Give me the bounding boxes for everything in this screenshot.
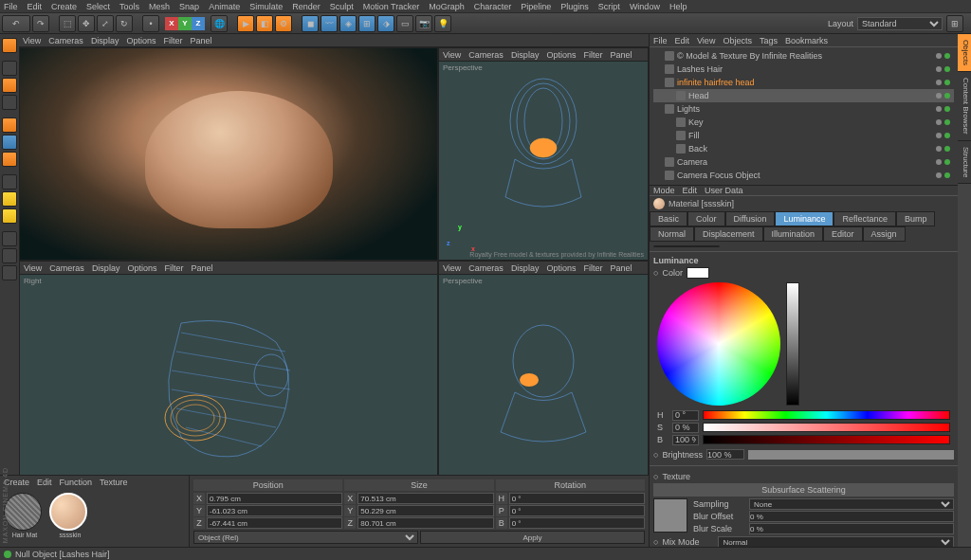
brightness-track[interactable] — [748, 450, 954, 460]
poly-mode-button[interactable] — [2, 152, 17, 167]
menu-script[interactable]: Script — [598, 2, 620, 11]
brightness-slider[interactable] — [786, 282, 799, 406]
layout-config-icon[interactable]: ⊞ — [946, 15, 963, 32]
nurbs-button[interactable]: ◈ — [339, 15, 357, 32]
blur-offset-field[interactable] — [749, 511, 954, 522]
texture-type-header[interactable]: Subsurface Scattering — [653, 483, 954, 497]
menu-render[interactable]: Render — [292, 2, 321, 11]
object-row[interactable]: Camera Focus Object — [653, 169, 954, 182]
menu-mesh[interactable]: Mesh — [149, 2, 170, 11]
undo-button[interactable]: ↶ — [2, 15, 30, 32]
workplane-z-button[interactable] — [2, 265, 17, 280]
sat-field[interactable] — [672, 423, 699, 433]
camera-button[interactable]: 📷 — [415, 15, 432, 32]
channel-tab-editor[interactable]: Editor — [823, 226, 863, 242]
viewport-menubar-main[interactable]: ViewCamerasDisplayOptionsFilterPanel — [19, 34, 649, 47]
menu-select[interactable]: Select — [86, 2, 110, 11]
layout-select[interactable]: Standard — [857, 17, 943, 30]
menu-simulate[interactable]: Simulate — [249, 2, 283, 11]
object-manager-menu[interactable]: FileEditViewObjectsTagsBookmarks — [650, 34, 958, 47]
object-row[interactable]: Lights — [653, 102, 954, 116]
viewport-top-right[interactable]: ViewCamerasDisplayOptionsFilterPanel Per… — [438, 47, 649, 261]
live-select-button[interactable]: ⬚ — [59, 15, 76, 32]
render-pv-button[interactable]: ◧ — [256, 15, 273, 32]
workplane-x-button[interactable] — [2, 231, 17, 246]
menu-pipeline[interactable]: Pipeline — [521, 2, 551, 11]
deformer-button[interactable]: ⬗ — [377, 15, 394, 32]
menu-file[interactable]: File — [4, 2, 18, 11]
menu-help[interactable]: Help — [669, 2, 687, 11]
material-manager-menu[interactable]: CreateEditFunctionTexture — [0, 476, 189, 489]
make-editable-button[interactable] — [2, 38, 17, 53]
content-browser-tab[interactable]: Content Browser — [958, 72, 971, 141]
mix-mode-select[interactable]: Normal — [718, 536, 954, 547]
channel-tab-basic[interactable]: Basic — [650, 211, 687, 226]
menu-plugins[interactable]: Plugins — [560, 2, 589, 11]
tweak-mode-button[interactable] — [2, 191, 17, 207]
render-view-button[interactable]: ▶ — [237, 15, 254, 32]
floor-button[interactable]: ▭ — [396, 15, 413, 32]
sat-gradient[interactable] — [703, 423, 950, 432]
cube-button[interactable]: ◼ — [302, 15, 319, 32]
menu-animate[interactable]: Animate — [209, 2, 240, 11]
texture-thumbnail[interactable] — [653, 498, 687, 533]
axis-mode-button[interactable] — [2, 174, 17, 190]
render-settings-button[interactable]: ⚙ — [275, 15, 292, 32]
material-preview[interactable] — [653, 245, 720, 247]
redo-button[interactable]: ↷ — [32, 15, 49, 32]
blur-scale-field[interactable] — [749, 523, 954, 534]
workplane-y-button[interactable] — [2, 248, 17, 263]
snap-button[interactable] — [2, 208, 17, 224]
channel-tab-normal[interactable]: Normal — [650, 226, 694, 242]
rotate-button[interactable]: ↻ — [116, 15, 133, 32]
axis-lock[interactable]: XYZ — [165, 17, 205, 30]
objects-tab[interactable]: Objects — [958, 34, 971, 72]
move-button[interactable]: ✥ — [78, 15, 95, 32]
menu-mograph[interactable]: MoGraph — [429, 2, 465, 11]
workplane-mode-button[interactable] — [2, 95, 17, 110]
bri-gradient[interactable] — [703, 435, 950, 444]
object-row[interactable]: © Model & Texture By Infinite Realities — [653, 49, 954, 63]
sampling-select[interactable]: None — [749, 498, 954, 510]
channel-tab-reflectance[interactable]: Reflectance — [834, 211, 896, 226]
menu-edit[interactable]: Edit — [27, 2, 43, 11]
object-row[interactable]: infinite hairfree head — [653, 76, 954, 89]
channel-tab-illumination[interactable]: Illumination — [763, 226, 824, 242]
menu-sculpt[interactable]: Sculpt — [330, 2, 354, 11]
point-mode-button[interactable] — [2, 117, 17, 133]
object-row[interactable]: Back — [653, 142, 954, 155]
viewport-top-left[interactable] — [19, 47, 438, 261]
menu-window[interactable]: Window — [630, 2, 660, 11]
channel-tab-assign[interactable]: Assign — [863, 226, 906, 242]
channel-tab-displacement[interactable]: Displacement — [694, 226, 763, 242]
recent-tool-button[interactable]: • — [142, 15, 159, 32]
object-row[interactable]: Head — [653, 89, 954, 102]
hue-gradient[interactable] — [703, 410, 950, 420]
edge-mode-button[interactable] — [2, 135, 17, 150]
hue-field[interactable] — [672, 410, 699, 421]
color-swatch[interactable] — [687, 267, 709, 279]
spline-button[interactable]: 〰 — [321, 15, 338, 32]
apply-button[interactable]: Apply — [420, 531, 645, 544]
model-mode-button[interactable] — [2, 61, 17, 76]
texture-mode-button[interactable] — [2, 78, 17, 93]
channel-tab-diffusion[interactable]: Diffusion — [725, 211, 776, 226]
menu-motion-tracker[interactable]: Motion Tracker — [363, 2, 420, 11]
scale-button[interactable]: ⤢ — [97, 15, 114, 32]
channel-tab-bump[interactable]: Bump — [896, 211, 936, 226]
menu-character[interactable]: Character — [474, 2, 512, 11]
object-row[interactable]: Lashes Hair — [653, 63, 954, 76]
object-row[interactable]: Camera — [653, 155, 954, 169]
channel-tabs[interactable]: BasicColorDiffusionLuminanceReflectanceB… — [650, 211, 958, 242]
channel-tab-color[interactable]: Color — [687, 211, 725, 226]
menu-snap[interactable]: Snap — [179, 2, 199, 11]
brightness-field[interactable] — [706, 449, 744, 460]
coord-system-button[interactable]: 🌐 — [211, 15, 228, 32]
array-button[interactable]: ⊞ — [358, 15, 376, 32]
menu-tools[interactable]: Tools — [119, 2, 139, 11]
light-button[interactable]: 💡 — [434, 15, 451, 32]
material-item[interactable]: Hair Mat — [4, 493, 46, 538]
attribute-manager-menu[interactable]: ModeEditUser Data — [650, 186, 958, 196]
object-row[interactable]: Fill — [653, 129, 954, 142]
channel-tab-luminance[interactable]: Luminance — [775, 211, 834, 226]
